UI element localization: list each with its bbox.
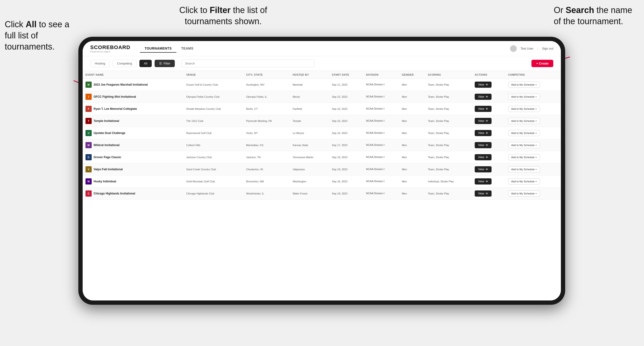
tablet-screen: SCOREBOARD Powered by clipp'd TOURNAMENT… <box>83 41 561 301</box>
view-button[interactable]: View 👁 <box>475 190 492 197</box>
view-label: View <box>478 156 484 159</box>
view-label: View <box>478 95 484 98</box>
hosting-tab[interactable]: Hosting <box>90 60 110 67</box>
cell-start-date: Sep 17, 2023 <box>329 139 363 151</box>
add-to-schedule-button[interactable]: Add to My Schedule + <box>508 106 540 112</box>
add-to-schedule-button[interactable]: Add to My Schedule + <box>508 130 540 136</box>
add-to-schedule-button[interactable]: Add to My Schedule + <box>508 154 540 160</box>
tablet-frame: SCOREBOARD Powered by clipp'd TOURNAMENT… <box>78 37 565 305</box>
cell-hosted-by: Valparaiso <box>290 164 329 175</box>
eye-icon: 👁 <box>486 168 488 171</box>
view-label: View <box>478 131 484 135</box>
add-to-schedule-button[interactable]: Add to My Schedule + <box>508 118 540 124</box>
header-divider: | <box>538 47 538 50</box>
event-name-text: Chicago Highlands Invitational <box>94 192 135 195</box>
team-logo: I <box>86 94 92 100</box>
cell-hosted-by: Le Moyne <box>290 127 329 139</box>
search-input[interactable] <box>182 59 314 67</box>
cell-venue: Ravenwood Golf Club <box>183 127 243 139</box>
add-schedule-label: Add to My Schedule + <box>511 168 537 171</box>
cell-event-name: I OFCC Fighting Illini Invitational <box>83 91 183 103</box>
view-button[interactable]: View 👁 <box>475 166 492 173</box>
competing-tab[interactable]: Competing <box>112 60 136 67</box>
col-city-state: CITY, STATE <box>244 71 290 79</box>
cell-gender: Men <box>399 127 425 139</box>
cell-hosted-by: Washington <box>290 175 329 187</box>
nav-tab-teams[interactable]: TEAMS <box>176 45 198 53</box>
all-tab[interactable]: All <box>140 60 152 67</box>
add-to-schedule-button[interactable]: Add to My Schedule + <box>508 82 540 88</box>
view-label: View <box>478 168 484 171</box>
logo-area: SCOREBOARD Powered by clipp'd <box>90 44 130 53</box>
event-name-text: 2023 Joe Feaganes Marshall Invitational <box>94 83 148 86</box>
cell-start-date: Sep 16, 2023 <box>329 103 363 115</box>
nav-tabs: TOURNAMENTS TEAMS <box>140 45 510 53</box>
cell-competing: Add to My Schedule + <box>505 91 561 103</box>
view-button[interactable]: View 👁 <box>475 82 492 88</box>
annotation-topleft: Click All to see a full list of tourname… <box>5 19 71 52</box>
view-button[interactable]: View 👁 <box>475 154 492 160</box>
cell-event-name: T Temple Invitational <box>83 115 183 127</box>
view-button[interactable]: View 👁 <box>475 94 492 100</box>
tournaments-table: EVENT NAME VENUE CITY, STATE HOSTED BY S… <box>83 71 561 200</box>
cell-hosted-by: Kansas State <box>290 139 329 151</box>
col-gender: GENDER <box>399 71 425 79</box>
add-to-schedule-button[interactable]: Add to My Schedule + <box>508 190 540 197</box>
event-name-text: Husky Individual <box>94 180 116 183</box>
user-name: Test User <box>520 47 534 50</box>
table-row: U Upstate Dual Challenge Ravenwood Golf … <box>83 127 561 139</box>
sign-out-link[interactable]: Sign out <box>542 47 553 50</box>
event-name-text: Grover Page Classic <box>94 156 121 159</box>
cell-hosted-by: Marshall <box>290 79 329 91</box>
cell-hosted-by: Illinois <box>290 91 329 103</box>
view-button[interactable]: View 👁 <box>475 142 492 148</box>
view-button[interactable]: View 👁 <box>475 130 492 136</box>
add-to-schedule-button[interactable]: Add to My Schedule + <box>508 166 540 173</box>
cell-hosted-by: Fairfield <box>290 103 329 115</box>
cell-division: NCAA Division I <box>363 79 399 91</box>
cell-scoring: Team, Stroke Play <box>425 164 472 175</box>
table-row: I OFCC Fighting Illini Invitational Olym… <box>83 91 561 103</box>
cell-venue: Guyan Golf & Country Club <box>183 79 243 91</box>
eye-icon: 👁 <box>486 120 488 122</box>
cell-scoring: Team, Stroke Play <box>425 139 472 151</box>
cell-competing: Add to My Schedule + <box>505 127 561 139</box>
view-button[interactable]: View 👁 <box>475 178 492 184</box>
view-button[interactable]: View 👁 <box>475 106 492 112</box>
team-logo: W <box>86 178 92 184</box>
create-button[interactable]: + Create <box>532 60 553 67</box>
filter-button[interactable]: ☰ Filter <box>154 60 175 67</box>
cell-venue: Colbert Hills <box>183 139 243 151</box>
add-to-schedule-button[interactable]: Add to My Schedule + <box>508 94 540 100</box>
cell-actions: View 👁 <box>472 187 505 200</box>
cell-event-name: V Valpo Fall Invitational <box>83 164 183 175</box>
view-button[interactable]: View 👁 <box>475 118 492 124</box>
add-schedule-label: Add to My Schedule + <box>511 132 537 135</box>
add-schedule-label: Add to My Schedule + <box>511 83 537 86</box>
add-to-schedule-button[interactable]: Add to My Schedule + <box>508 178 540 184</box>
view-label: View <box>478 83 484 86</box>
eye-icon: 👁 <box>486 107 488 110</box>
table-row: F Ryan T. Lee Memorial Collegiate Shuttl… <box>83 103 561 115</box>
cell-scoring: Team, Stroke Play <box>425 79 472 91</box>
cell-hosted-by: Temple <box>290 115 329 127</box>
cell-competing: Add to My Schedule + <box>505 151 561 164</box>
cell-actions: View 👁 <box>472 115 505 127</box>
add-to-schedule-button[interactable]: Add to My Schedule + <box>508 142 540 148</box>
col-competing: COMPETING <box>505 71 561 79</box>
cell-hosted-by: Tennessee-Martin <box>290 151 329 164</box>
cell-division: NCAA Division I <box>363 151 399 164</box>
table-row: C Chicago Highlands Invitational Chicago… <box>83 187 561 200</box>
col-event-name: EVENT NAME <box>83 71 183 79</box>
cell-gender: Men <box>399 164 425 175</box>
cell-gender: Men <box>399 91 425 103</box>
table-row: M 2023 Joe Feaganes Marshall Invitationa… <box>83 79 561 91</box>
event-name-text: Valpo Fall Invitational <box>94 168 123 171</box>
cell-start-date: Sep 11, 2023 <box>329 79 363 91</box>
col-venue: VENUE <box>183 71 243 79</box>
user-avatar <box>510 45 517 52</box>
cell-city-state: Victor, NY <box>244 127 290 139</box>
view-label: View <box>478 119 484 123</box>
cell-gender: Men <box>399 151 425 164</box>
nav-tab-tournaments[interactable]: TOURNAMENTS <box>140 45 176 53</box>
